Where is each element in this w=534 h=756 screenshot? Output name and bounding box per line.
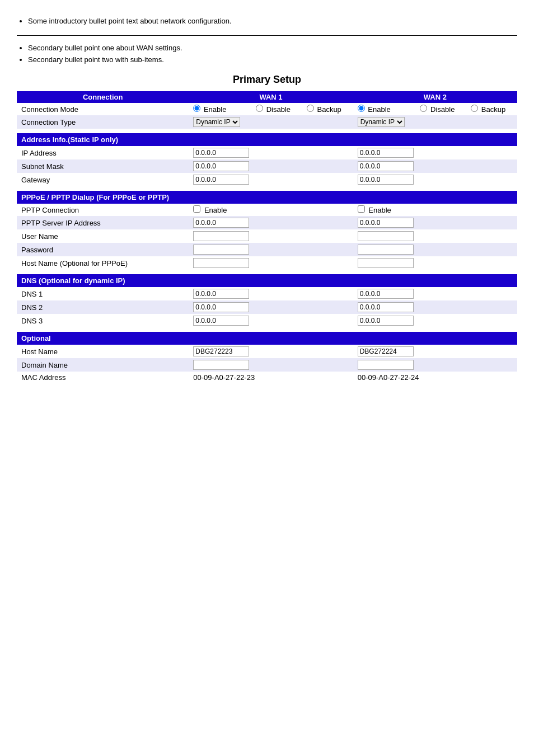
wan2-dns3-input[interactable]: [358, 316, 414, 326]
wan1-connection-type-select[interactable]: Dynamic IP: [193, 117, 240, 127]
wan2-username-input[interactable]: [358, 231, 414, 241]
wan1-subnet-input[interactable]: [193, 161, 249, 171]
wan2-connection-type-cell[interactable]: Dynamic IP: [353, 115, 517, 129]
wan1-domain-cell[interactable]: [189, 358, 353, 372]
wan2-username-cell[interactable]: [353, 229, 517, 243]
wan2-password-input[interactable]: [358, 245, 414, 255]
wan1-ip-cell[interactable]: [189, 146, 353, 159]
wan2-dns1-cell[interactable]: [353, 287, 517, 300]
wan2-pptp-server-cell[interactable]: [353, 216, 517, 229]
wan2-subnet-cell[interactable]: [353, 159, 517, 173]
pppoe-section-header: PPPoE / PPTP Dialup (For PPPoE or PPTP): [17, 191, 517, 204]
wan1-header: WAN 1: [189, 91, 353, 103]
wan2-hostname-optional-cell[interactable]: [353, 256, 517, 270]
wan1-gateway-input[interactable]: [193, 175, 249, 185]
intro-bullet-1: Some introductory bullet point text abou…: [28, 17, 517, 25]
connection-mode-label: Connection Mode: [17, 103, 189, 115]
wan1-pptp-enable-cell[interactable]: Enable: [189, 204, 353, 216]
wan2-backup-label: Backup: [481, 105, 505, 114]
wan2-hostname-cell[interactable]: [353, 345, 517, 358]
wan2-mac-value: 00-09-A0-27-22-24: [358, 373, 419, 382]
mac-address-label: MAC Address: [17, 372, 189, 383]
wan2-pptp-enable-label: Enable: [368, 206, 391, 214]
wan1-username-input[interactable]: [193, 231, 249, 241]
wan1-backup-radio-cell[interactable]: Backup: [302, 103, 353, 115]
wan1-backup-radio[interactable]: [307, 105, 314, 112]
pptp-connection-label: PPTP Connection: [17, 204, 189, 216]
host-name-label: Host Name: [17, 345, 189, 358]
wan2-pptp-enable-cell[interactable]: Enable: [353, 204, 517, 216]
optional-section-header: Optional: [17, 332, 517, 345]
wan1-dns3-input[interactable]: [193, 316, 249, 326]
wan2-dns1-input[interactable]: [358, 289, 414, 299]
wan1-disable-radio-cell[interactable]: Disable: [251, 103, 302, 115]
primary-setup-table: Connection WAN 1 WAN 2 Connection Mode E…: [17, 91, 517, 383]
wan2-disable-radio-cell[interactable]: Disable: [415, 103, 466, 115]
wan2-connection-type-select[interactable]: Dynamic IP: [358, 117, 405, 127]
wan1-username-cell[interactable]: [189, 229, 353, 243]
wan1-dns1-input[interactable]: [193, 289, 249, 299]
wan1-pptp-checkbox[interactable]: [193, 205, 200, 213]
wan2-hostname-optional-input[interactable]: [358, 258, 414, 268]
wan1-hostname-optional-cell[interactable]: [189, 256, 353, 270]
wan2-gateway-cell[interactable]: [353, 173, 517, 186]
wan2-dns2-cell[interactable]: [353, 300, 517, 314]
wan2-backup-radio-cell[interactable]: Backup: [466, 103, 517, 115]
dns3-label: DNS 3: [17, 314, 189, 327]
wan1-password-cell[interactable]: [189, 243, 353, 256]
wan1-password-input[interactable]: [193, 245, 249, 255]
wan1-connection-type-cell[interactable]: Dynamic IP: [189, 115, 353, 129]
wan1-subnet-cell[interactable]: [189, 159, 353, 173]
wan2-disable-label: Disable: [430, 105, 455, 114]
wan2-ip-cell[interactable]: [353, 146, 517, 159]
wan2-mac-cell: 00-09-A0-27-22-24: [353, 372, 517, 383]
password-label: Password: [17, 243, 189, 256]
subnet-mask-label: Subnet Mask: [17, 159, 189, 173]
wan1-ip-input[interactable]: [193, 148, 249, 158]
wan2-dns2-input[interactable]: [358, 302, 414, 312]
wan2-backup-radio[interactable]: [471, 105, 478, 112]
wan2-ip-input[interactable]: [358, 148, 414, 158]
wan2-domain-cell[interactable]: [353, 358, 517, 372]
wan1-enable-label: Enable: [204, 105, 226, 114]
wan1-dns3-cell[interactable]: [189, 314, 353, 327]
intro-bullet-2a: Secondary bullet point one about WAN set…: [28, 44, 517, 52]
wan2-password-cell[interactable]: [353, 243, 517, 256]
intro-bullet-2b: Secondary bullet point two with sub-item…: [28, 55, 517, 64]
wan2-hostname-input[interactable]: [358, 346, 414, 356]
wan2-subnet-input[interactable]: [358, 161, 414, 171]
connection-header: Connection: [17, 91, 189, 103]
wan1-dns2-input[interactable]: [193, 302, 249, 312]
wan1-hostname-cell[interactable]: [189, 345, 353, 358]
address-section-header: Address Info.(Static IP only): [17, 133, 517, 146]
wan1-pptp-server-input[interactable]: [193, 218, 249, 228]
page-title: Primary Setup: [17, 74, 517, 86]
hostname-optional-label: Host Name (Optional for PPPoE): [17, 256, 189, 270]
wan2-dns3-cell[interactable]: [353, 314, 517, 327]
dns1-label: DNS 1: [17, 287, 189, 300]
wan2-disable-radio[interactable]: [420, 105, 427, 112]
wan1-hostname-input[interactable]: [193, 346, 249, 356]
wan1-pptp-enable-label: Enable: [204, 206, 227, 214]
wan1-enable-radio-cell[interactable]: Enable: [189, 103, 251, 115]
wan1-dns1-cell[interactable]: [189, 287, 353, 300]
wan2-gateway-input[interactable]: [358, 175, 414, 185]
wan1-enable-radio[interactable]: [193, 105, 200, 112]
wan1-gateway-cell[interactable]: [189, 173, 353, 186]
wan2-enable-radio-cell[interactable]: Enable: [353, 103, 416, 115]
wan2-enable-radio[interactable]: [358, 105, 365, 112]
wan2-pptp-server-input[interactable]: [358, 218, 414, 228]
username-label: User Name: [17, 229, 189, 243]
connection-type-label: Connection Type: [17, 115, 189, 129]
wan1-pptp-server-cell[interactable]: [189, 216, 353, 229]
wan1-mac-cell: 00-09-A0-27-22-23: [189, 372, 353, 383]
wan2-domain-input[interactable]: [358, 360, 414, 370]
wan1-domain-input[interactable]: [193, 360, 249, 370]
wan2-pptp-checkbox[interactable]: [358, 205, 365, 213]
wan1-hostname-optional-input[interactable]: [193, 258, 249, 268]
wan1-dns2-cell[interactable]: [189, 300, 353, 314]
dns2-label: DNS 2: [17, 300, 189, 314]
dns-section-header: DNS (Optional for dynamic IP): [17, 274, 517, 287]
pptp-server-label: PPTP Server IP Address: [17, 216, 189, 229]
wan1-disable-radio[interactable]: [256, 105, 263, 112]
